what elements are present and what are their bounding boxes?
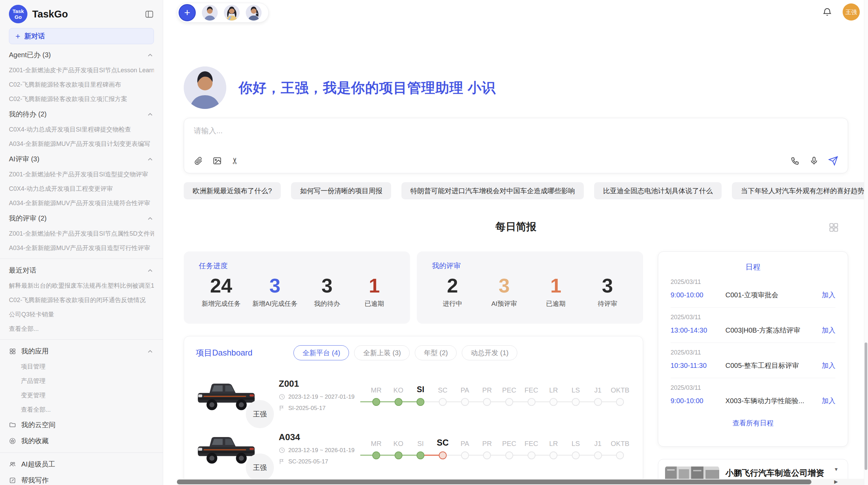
recent-view-all-link[interactable]: 查看全部... bbox=[9, 322, 154, 336]
send-button[interactable] bbox=[828, 156, 838, 166]
project-info: A0342023-12-19 ~ 2026-01-19SC-2025-05-17 bbox=[279, 432, 365, 465]
join-meeting-link[interactable]: 加入 bbox=[822, 290, 835, 300]
app-link-item[interactable]: 产品管理 bbox=[9, 374, 154, 388]
event-time: 10:30-11:30 bbox=[671, 362, 725, 370]
sidebar-section-header-tasks-3[interactable]: 我的评审 (2) bbox=[9, 210, 154, 226]
attach-file-button[interactable] bbox=[194, 156, 203, 165]
grid-icon bbox=[828, 222, 839, 233]
recent-chat-item[interactable]: 公司Q3轻卡销量 bbox=[9, 307, 154, 322]
milestone-pr: PR bbox=[476, 384, 498, 407]
sidebar-item-label: 我的应用 bbox=[21, 347, 141, 356]
horizontal-scrollbar[interactable] bbox=[177, 479, 868, 485]
suggestion-chip[interactable]: 特朗普可能对进口汽车增税会对中国车企造成哪些影响 bbox=[401, 182, 584, 199]
voice-call-button[interactable] bbox=[791, 156, 800, 165]
news-title: 小鹏飞行汽车制造公司增资 bbox=[725, 468, 841, 478]
image-icon bbox=[213, 156, 222, 165]
sidebar-item-cloud-folder[interactable]: 我的云空间 bbox=[9, 417, 154, 433]
scroll-down-arrow-icon[interactable]: ▼ bbox=[834, 467, 839, 472]
member-avatar-2[interactable] bbox=[224, 5, 240, 21]
join-meeting-link[interactable]: 加入 bbox=[822, 396, 835, 406]
recent-chat-item[interactable]: C02-飞腾新能源轻客改款项目的闭环通告反馈情况 bbox=[9, 293, 154, 307]
chevron-up-icon bbox=[146, 348, 154, 355]
microphone-button[interactable] bbox=[809, 156, 819, 165]
stat-value: 1 bbox=[538, 275, 574, 297]
recent-chat-item[interactable]: 解释最新出台的欧盟报废车法规再生塑料比例被调至15%... bbox=[9, 278, 154, 293]
cloud-folder-icon bbox=[9, 421, 16, 428]
stat-card-title: 任务进度 bbox=[199, 261, 395, 271]
app-link-item[interactable]: 项目管理 bbox=[9, 359, 154, 374]
sidebar-tool-people[interactable]: AI超级员工 bbox=[9, 456, 154, 472]
insert-image-button[interactable] bbox=[213, 156, 222, 165]
people-icon bbox=[9, 461, 16, 468]
dashboard-tab[interactable]: 全新平台 (4) bbox=[293, 345, 349, 360]
milestone-label: LS bbox=[571, 384, 580, 396]
sidebar-section-header-recent[interactable]: 最近对话 bbox=[9, 262, 154, 278]
vertical-scrollbar[interactable] bbox=[864, 0, 868, 485]
project-name: A034 bbox=[279, 432, 365, 443]
stat-item: 3新增AI完成任务 bbox=[252, 275, 298, 308]
layout-toggle-button[interactable] bbox=[828, 222, 839, 233]
notifications-button[interactable] bbox=[822, 7, 832, 17]
sidebar-section-header-tasks-0[interactable]: Agent已办 (3) bbox=[9, 47, 154, 63]
chevron-up-icon bbox=[146, 215, 154, 222]
horizontal-scrollbar-thumb[interactable] bbox=[177, 480, 811, 484]
app-title: TaskGo bbox=[32, 9, 140, 20]
suggestion-chip[interactable]: 如何写一份清晰的项目周报 bbox=[291, 182, 391, 199]
app-link-item[interactable]: 变更管理 bbox=[9, 388, 154, 402]
stat-item: 24新增完成任务 bbox=[202, 275, 241, 308]
suggestion-chip[interactable]: 当下年轻人对汽车外观有怎样的喜好趋势 bbox=[732, 182, 868, 199]
microphone-icon bbox=[809, 156, 819, 165]
sidebar-list-item[interactable]: Z001-全新燃油轻卡产品开发项目SI造型提交物评审 bbox=[9, 167, 154, 182]
apps-grid-icon bbox=[9, 348, 16, 355]
sidebar-menu: Agent已办 (3)Z001-全新燃油皮卡产品开发项目SI节点Lesson L… bbox=[9, 47, 154, 485]
join-meeting-link[interactable]: 加入 bbox=[822, 361, 835, 370]
member-avatar-3[interactable] bbox=[246, 5, 262, 21]
new-chat-button[interactable]: + 新对话 bbox=[9, 28, 154, 44]
sidebar-collapse-button[interactable] bbox=[145, 10, 154, 19]
milestone-dot bbox=[483, 398, 491, 406]
sidebar-list-item[interactable]: Z001-全新燃油轻卡产品开发项目SI节点属性5D文件评审 bbox=[9, 226, 154, 241]
sidebar-list-item[interactable]: C02-飞腾新能源轻客改款项目立项汇报方案 bbox=[9, 92, 154, 106]
user-avatar[interactable]: 王强 bbox=[843, 3, 860, 21]
sidebar-list-item[interactable]: A034-全新新能源MUV产品开发项目计划变更表编写 bbox=[9, 137, 154, 151]
view-all-schedule-link[interactable]: 查看所有日程 bbox=[671, 419, 835, 428]
chat-input[interactable] bbox=[194, 126, 838, 154]
stat-item: 3待评审 bbox=[590, 275, 625, 308]
scroll-right-arrow-icon[interactable]: ▶ bbox=[834, 479, 838, 484]
sidebar-section-header-tasks-2[interactable]: AI评审 (3) bbox=[9, 151, 154, 167]
milestone-label: KO bbox=[394, 437, 403, 450]
member-avatar-1[interactable] bbox=[202, 5, 218, 21]
add-member-button[interactable]: + bbox=[179, 4, 196, 21]
dashboard-tab[interactable]: 动总开发 (1) bbox=[462, 345, 517, 360]
suggestion-chip[interactable]: 比亚迪全固态电池计划具体说了什么 bbox=[594, 182, 722, 199]
dashboard-tab[interactable]: 年型 (2) bbox=[415, 345, 457, 360]
star-badge-icon bbox=[9, 437, 16, 445]
milestone-ls: LS bbox=[565, 437, 587, 461]
sidebar-list-item[interactable]: A034-全新新能源MUV产品开发项目法规符合性评审 bbox=[9, 196, 154, 210]
project-name: Z001 bbox=[279, 378, 365, 389]
sidebar-list-item[interactable]: C0X4-动力总成开发项目工程变更评审 bbox=[9, 182, 154, 196]
sidebar-list-item[interactable]: C0X4-动力总成开发项目SI里程碑提交物检查 bbox=[9, 122, 154, 137]
sidebar-item-my-apps[interactable]: 我的应用 bbox=[9, 343, 154, 359]
sidebar-list-item[interactable]: A034-全新新能源MUV产品开发项目造型可行性评审 bbox=[9, 241, 154, 255]
milestone-label: SC bbox=[438, 384, 447, 396]
stat-value: 3 bbox=[486, 275, 522, 297]
suggestion-chip[interactable]: 欧洲新规最近颁布了什么? bbox=[184, 182, 281, 199]
main-content: 你好，王强，我是你的项目管理助理 小识 bbox=[184, 0, 848, 485]
stat-value: 3 bbox=[309, 275, 345, 297]
sidebar-list-item[interactable]: Z001-全新燃油皮卡产品开发项目SI节点Lesson Learn报告 bbox=[9, 63, 154, 77]
sidebar-list-item[interactable]: C02-飞腾新能源轻客改款项目里程碑画布 bbox=[9, 77, 154, 92]
stat-list: 24新增完成任务3新增AI完成任务3我的待办1已逾期 bbox=[199, 275, 395, 308]
milestone-dot bbox=[616, 451, 624, 459]
vertical-scrollbar-thumb[interactable] bbox=[865, 343, 867, 470]
sidebar-tool-write[interactable]: 帮我写作 bbox=[9, 472, 154, 485]
apps-view-all-link[interactable]: 查看全部... bbox=[9, 402, 154, 417]
dashboard-tab[interactable]: 全新上装 (3) bbox=[354, 345, 410, 360]
milestone-dot bbox=[417, 398, 424, 406]
stat-value: 2 bbox=[435, 275, 470, 297]
sidebar-section-header-tasks-1[interactable]: 我的待办 (2) bbox=[9, 106, 154, 122]
join-meeting-link[interactable]: 加入 bbox=[822, 326, 835, 335]
sidebar-item-star-badge[interactable]: 我的收藏 bbox=[9, 433, 154, 449]
milestone-label: J1 bbox=[594, 437, 601, 450]
screenshot-button[interactable]: ✂ bbox=[231, 156, 239, 166]
